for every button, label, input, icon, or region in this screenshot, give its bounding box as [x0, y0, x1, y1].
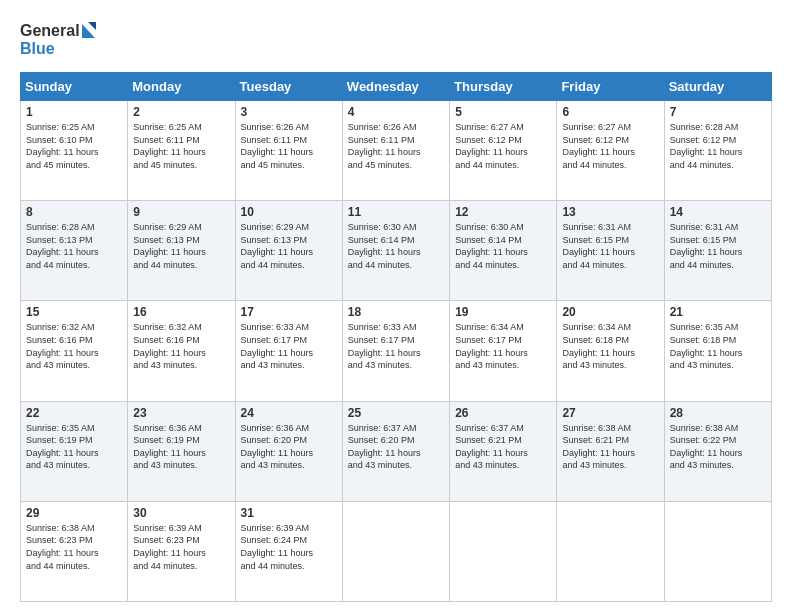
day-number: 3	[241, 105, 337, 119]
calendar-cell: 7Sunrise: 6:28 AM Sunset: 6:12 PM Daylig…	[664, 101, 771, 201]
day-header-friday: Friday	[557, 73, 664, 101]
day-info: Sunrise: 6:39 AM Sunset: 6:23 PM Dayligh…	[133, 522, 229, 572]
day-info: Sunrise: 6:32 AM Sunset: 6:16 PM Dayligh…	[133, 321, 229, 371]
header-row: SundayMondayTuesdayWednesdayThursdayFrid…	[21, 73, 772, 101]
day-info: Sunrise: 6:30 AM Sunset: 6:14 PM Dayligh…	[455, 221, 551, 271]
day-info: Sunrise: 6:36 AM Sunset: 6:19 PM Dayligh…	[133, 422, 229, 472]
day-number: 27	[562, 406, 658, 420]
day-number: 19	[455, 305, 551, 319]
day-info: Sunrise: 6:38 AM Sunset: 6:21 PM Dayligh…	[562, 422, 658, 472]
calendar-cell: 8Sunrise: 6:28 AM Sunset: 6:13 PM Daylig…	[21, 201, 128, 301]
day-info: Sunrise: 6:37 AM Sunset: 6:21 PM Dayligh…	[455, 422, 551, 472]
day-info: Sunrise: 6:27 AM Sunset: 6:12 PM Dayligh…	[562, 121, 658, 171]
calendar-cell: 18Sunrise: 6:33 AM Sunset: 6:17 PM Dayli…	[342, 301, 449, 401]
day-number: 9	[133, 205, 229, 219]
day-number: 28	[670, 406, 766, 420]
calendar-cell: 3Sunrise: 6:26 AM Sunset: 6:11 PM Daylig…	[235, 101, 342, 201]
logo-svg: GeneralBlue	[20, 18, 100, 62]
calendar-cell: 6Sunrise: 6:27 AM Sunset: 6:12 PM Daylig…	[557, 101, 664, 201]
calendar-cell: 25Sunrise: 6:37 AM Sunset: 6:20 PM Dayli…	[342, 401, 449, 501]
day-number: 10	[241, 205, 337, 219]
day-header-tuesday: Tuesday	[235, 73, 342, 101]
day-number: 26	[455, 406, 551, 420]
calendar-cell: 16Sunrise: 6:32 AM Sunset: 6:16 PM Dayli…	[128, 301, 235, 401]
calendar-cell	[664, 501, 771, 601]
day-number: 30	[133, 506, 229, 520]
calendar-cell: 26Sunrise: 6:37 AM Sunset: 6:21 PM Dayli…	[450, 401, 557, 501]
calendar-week-5: 29Sunrise: 6:38 AM Sunset: 6:23 PM Dayli…	[21, 501, 772, 601]
logo: GeneralBlue	[20, 18, 100, 62]
calendar-body: 1Sunrise: 6:25 AM Sunset: 6:10 PM Daylig…	[21, 101, 772, 602]
calendar-cell: 12Sunrise: 6:30 AM Sunset: 6:14 PM Dayli…	[450, 201, 557, 301]
calendar-cell: 29Sunrise: 6:38 AM Sunset: 6:23 PM Dayli…	[21, 501, 128, 601]
day-info: Sunrise: 6:26 AM Sunset: 6:11 PM Dayligh…	[348, 121, 444, 171]
calendar-cell: 14Sunrise: 6:31 AM Sunset: 6:15 PM Dayli…	[664, 201, 771, 301]
day-number: 6	[562, 105, 658, 119]
day-info: Sunrise: 6:33 AM Sunset: 6:17 PM Dayligh…	[241, 321, 337, 371]
day-number: 1	[26, 105, 122, 119]
day-info: Sunrise: 6:36 AM Sunset: 6:20 PM Dayligh…	[241, 422, 337, 472]
calendar-cell: 28Sunrise: 6:38 AM Sunset: 6:22 PM Dayli…	[664, 401, 771, 501]
day-info: Sunrise: 6:29 AM Sunset: 6:13 PM Dayligh…	[133, 221, 229, 271]
day-info: Sunrise: 6:31 AM Sunset: 6:15 PM Dayligh…	[562, 221, 658, 271]
day-number: 12	[455, 205, 551, 219]
day-header-thursday: Thursday	[450, 73, 557, 101]
day-info: Sunrise: 6:35 AM Sunset: 6:19 PM Dayligh…	[26, 422, 122, 472]
day-number: 7	[670, 105, 766, 119]
calendar-week-2: 8Sunrise: 6:28 AM Sunset: 6:13 PM Daylig…	[21, 201, 772, 301]
calendar-cell: 9Sunrise: 6:29 AM Sunset: 6:13 PM Daylig…	[128, 201, 235, 301]
calendar-cell: 24Sunrise: 6:36 AM Sunset: 6:20 PM Dayli…	[235, 401, 342, 501]
day-number: 13	[562, 205, 658, 219]
calendar-cell: 17Sunrise: 6:33 AM Sunset: 6:17 PM Dayli…	[235, 301, 342, 401]
calendar-cell: 4Sunrise: 6:26 AM Sunset: 6:11 PM Daylig…	[342, 101, 449, 201]
day-number: 18	[348, 305, 444, 319]
day-info: Sunrise: 6:34 AM Sunset: 6:18 PM Dayligh…	[562, 321, 658, 371]
day-header-monday: Monday	[128, 73, 235, 101]
day-number: 20	[562, 305, 658, 319]
calendar-cell: 2Sunrise: 6:25 AM Sunset: 6:11 PM Daylig…	[128, 101, 235, 201]
day-number: 14	[670, 205, 766, 219]
calendar-cell: 27Sunrise: 6:38 AM Sunset: 6:21 PM Dayli…	[557, 401, 664, 501]
day-number: 4	[348, 105, 444, 119]
day-info: Sunrise: 6:39 AM Sunset: 6:24 PM Dayligh…	[241, 522, 337, 572]
day-info: Sunrise: 6:30 AM Sunset: 6:14 PM Dayligh…	[348, 221, 444, 271]
day-info: Sunrise: 6:28 AM Sunset: 6:12 PM Dayligh…	[670, 121, 766, 171]
day-info: Sunrise: 6:37 AM Sunset: 6:20 PM Dayligh…	[348, 422, 444, 472]
day-header-sunday: Sunday	[21, 73, 128, 101]
day-number: 24	[241, 406, 337, 420]
day-info: Sunrise: 6:25 AM Sunset: 6:11 PM Dayligh…	[133, 121, 229, 171]
calendar-cell: 10Sunrise: 6:29 AM Sunset: 6:13 PM Dayli…	[235, 201, 342, 301]
svg-text:General: General	[20, 22, 80, 39]
day-number: 15	[26, 305, 122, 319]
day-number: 31	[241, 506, 337, 520]
day-number: 25	[348, 406, 444, 420]
svg-marker-3	[88, 22, 96, 30]
calendar-cell: 21Sunrise: 6:35 AM Sunset: 6:18 PM Dayli…	[664, 301, 771, 401]
header: GeneralBlue	[20, 18, 772, 62]
calendar-cell: 11Sunrise: 6:30 AM Sunset: 6:14 PM Dayli…	[342, 201, 449, 301]
day-header-saturday: Saturday	[664, 73, 771, 101]
day-info: Sunrise: 6:27 AM Sunset: 6:12 PM Dayligh…	[455, 121, 551, 171]
calendar-cell: 1Sunrise: 6:25 AM Sunset: 6:10 PM Daylig…	[21, 101, 128, 201]
day-number: 16	[133, 305, 229, 319]
day-info: Sunrise: 6:38 AM Sunset: 6:22 PM Dayligh…	[670, 422, 766, 472]
calendar-week-4: 22Sunrise: 6:35 AM Sunset: 6:19 PM Dayli…	[21, 401, 772, 501]
day-info: Sunrise: 6:34 AM Sunset: 6:17 PM Dayligh…	[455, 321, 551, 371]
calendar-cell	[450, 501, 557, 601]
calendar-cell: 23Sunrise: 6:36 AM Sunset: 6:19 PM Dayli…	[128, 401, 235, 501]
calendar-cell: 15Sunrise: 6:32 AM Sunset: 6:16 PM Dayli…	[21, 301, 128, 401]
day-number: 11	[348, 205, 444, 219]
day-number: 5	[455, 105, 551, 119]
day-info: Sunrise: 6:31 AM Sunset: 6:15 PM Dayligh…	[670, 221, 766, 271]
calendar-cell: 19Sunrise: 6:34 AM Sunset: 6:17 PM Dayli…	[450, 301, 557, 401]
day-info: Sunrise: 6:29 AM Sunset: 6:13 PM Dayligh…	[241, 221, 337, 271]
day-header-wednesday: Wednesday	[342, 73, 449, 101]
day-number: 23	[133, 406, 229, 420]
day-number: 8	[26, 205, 122, 219]
calendar-week-1: 1Sunrise: 6:25 AM Sunset: 6:10 PM Daylig…	[21, 101, 772, 201]
svg-text:Blue: Blue	[20, 40, 55, 57]
day-number: 2	[133, 105, 229, 119]
page: GeneralBlue SundayMondayTuesdayWednesday…	[0, 0, 792, 612]
calendar-cell	[557, 501, 664, 601]
calendar-cell: 13Sunrise: 6:31 AM Sunset: 6:15 PM Dayli…	[557, 201, 664, 301]
